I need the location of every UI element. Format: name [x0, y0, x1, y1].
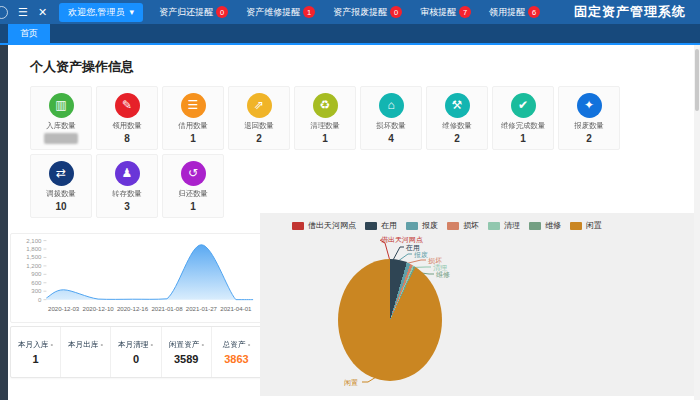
legend-item[interactable]: 报废	[406, 220, 438, 231]
header-nav-item[interactable]: 领用提醒 6	[489, 6, 540, 19]
header-nav: 资产归还提醒 0 资产维修提醒 1 资产报废提醒 0 审核提醒 7 领用提醒 6	[159, 6, 540, 19]
header-nav-item[interactable]: 资产报废提醒 0	[333, 6, 402, 19]
legend-item[interactable]: 损坏	[447, 220, 479, 231]
legend-item[interactable]: 清理	[488, 220, 520, 231]
stat-card[interactable]: ☰ 借用数量 1	[162, 86, 224, 150]
card-value: 8	[124, 133, 130, 144]
stat-card[interactable]: ♟ 转存数量 3	[96, 154, 158, 218]
stat-card[interactable]: ✔ 维修完成数量 1	[492, 86, 554, 150]
legend-swatch	[365, 222, 377, 230]
summary-stat-value: 3589	[174, 353, 198, 365]
card-value: 1	[190, 201, 196, 212]
stat-card[interactable]: ↺ 归还数量 1	[162, 154, 224, 218]
header-nav-label: 资产报废提醒	[333, 6, 387, 19]
stat-card[interactable]: ✦ 报废数量 2	[558, 86, 620, 150]
asset-status-pie-chart[interactable]	[338, 259, 442, 381]
svg-text:2020-12-10: 2020-12-10	[83, 305, 115, 312]
collapsed-sidebar[interactable]	[0, 45, 8, 400]
stat-card[interactable]: ▥ 入库数量	[30, 86, 92, 150]
stat-dot-icon: •	[101, 340, 104, 349]
svg-text:2,100: 2,100	[26, 237, 42, 244]
summary-stat-value: 3863	[224, 353, 248, 365]
stat-dot-icon: •	[201, 340, 204, 349]
header-nav-item[interactable]: 资产维修提醒 1	[246, 6, 315, 19]
user-dropdown[interactable]: 欢迎您,管理员 ▾	[59, 3, 143, 22]
summary-stat-value: 0	[133, 353, 139, 365]
pie-stage: 借出天河网点在用报废损坏清理维修闲置	[260, 235, 694, 396]
repair-done-icon: ✔	[511, 93, 536, 118]
header-nav-item[interactable]: 资产归还提醒 0	[159, 6, 228, 19]
header-nav-item[interactable]: 审核提醒 7	[420, 6, 471, 19]
card-label: 清理数量	[310, 120, 339, 130]
vertical-scrollbar[interactable]	[694, 45, 700, 400]
svg-text:2020-12-03: 2020-12-03	[48, 305, 80, 312]
summary-stat-label: 本月出库	[68, 340, 98, 349]
stat-card[interactable]: ⌂ 损坏数量 4	[360, 86, 422, 150]
user-dropdown-label: 欢迎您,管理员	[68, 6, 125, 19]
section-title: 个人资产操作信息	[30, 58, 700, 76]
card-value: 1	[190, 133, 196, 144]
summary-stat: 本月出库 •	[60, 327, 110, 377]
notification-badge: 1	[303, 6, 315, 18]
close-icon[interactable]: ✕	[38, 6, 47, 19]
redeposit-icon: ♟	[115, 161, 140, 186]
legend-swatch	[406, 222, 418, 230]
stat-dot-icon: •	[51, 340, 54, 349]
legend-item[interactable]: 维修	[529, 220, 561, 231]
legend-label: 损坏	[463, 220, 479, 231]
svg-text:600: 600	[31, 279, 42, 286]
summary-stat: 本月清理 • 0	[110, 327, 160, 377]
tab-bar: 首页	[0, 24, 700, 45]
pie-slice-label: 维修	[436, 270, 450, 280]
svg-text:2021-01-08: 2021-01-08	[151, 305, 183, 312]
inbound-icon: ▥	[49, 93, 74, 118]
summary-stat-label: 闲置资产	[169, 340, 199, 349]
stat-cards-grid: ▥ 入库数量 ✎ 领用数量 8 ☰ 借用数量 1 ⇗ 退回数量 2 ♻	[30, 86, 678, 218]
requisition-icon: ✎	[115, 93, 140, 118]
legend-swatch	[529, 222, 541, 230]
svg-text:900: 900	[31, 270, 42, 277]
trend-area-chart[interactable]: 03006009001,2001,5001,8002,1002020-12-03…	[11, 234, 259, 320]
legend-item[interactable]: 借出天河网点	[292, 220, 356, 231]
legend-swatch	[447, 222, 459, 230]
svg-text:0: 0	[38, 296, 42, 303]
stat-card[interactable]: ⚒ 维修数量 2	[426, 86, 488, 150]
header-nav-label: 资产维修提醒	[246, 6, 300, 19]
legend-item[interactable]: 闲置	[570, 220, 602, 231]
scrollbar-thumb[interactable]	[695, 49, 699, 111]
damage-icon: ⌂	[379, 93, 404, 118]
card-label: 报废数量	[574, 120, 603, 130]
card-value: 2	[256, 133, 262, 144]
card-value: 1	[520, 133, 526, 144]
summary-stat-label: 本月清理	[118, 340, 148, 349]
card-label: 退回数量	[244, 120, 273, 130]
card-label: 入库数量	[46, 120, 75, 130]
svg-text:300: 300	[31, 287, 42, 294]
summary-stat-label: 本月入库	[18, 340, 48, 349]
stat-card[interactable]: ⇄ 调拨数量 10	[30, 154, 92, 218]
card-label: 维修数量	[442, 120, 471, 130]
summary-stat-value: 1	[33, 353, 39, 365]
scrap-icon: ✦	[577, 93, 602, 118]
legend-label: 借出天河网点	[308, 220, 356, 231]
stat-card[interactable]: ✎ 领用数量 8	[96, 86, 158, 150]
card-value: 2	[586, 133, 592, 144]
pie-slice-label: 闲置	[344, 378, 358, 388]
pie-callout-lines	[260, 235, 694, 396]
tab-home[interactable]: 首页	[8, 24, 50, 43]
legend-label: 报废	[422, 220, 438, 231]
summary-stat: 总资产 • 3863	[211, 327, 261, 377]
hamburger-menu-icon[interactable]: ☰	[18, 6, 28, 19]
repair-icon: ⚒	[445, 93, 470, 118]
stat-dot-icon: •	[248, 340, 251, 349]
card-label: 借用数量	[178, 120, 207, 130]
stat-card[interactable]: ⇗ 退回数量 2	[228, 86, 290, 150]
legend-item[interactable]: 在用	[365, 220, 397, 231]
card-label: 归还数量	[178, 188, 207, 198]
svg-text:1,200: 1,200	[26, 262, 42, 269]
notification-badge: 0	[216, 6, 228, 18]
give-back-icon: ↺	[181, 161, 206, 186]
stat-card[interactable]: ♻ 清理数量 1	[294, 86, 356, 150]
svg-text:2020-12-16: 2020-12-16	[117, 305, 149, 312]
svg-text:2021-04-01: 2021-04-01	[220, 305, 252, 312]
